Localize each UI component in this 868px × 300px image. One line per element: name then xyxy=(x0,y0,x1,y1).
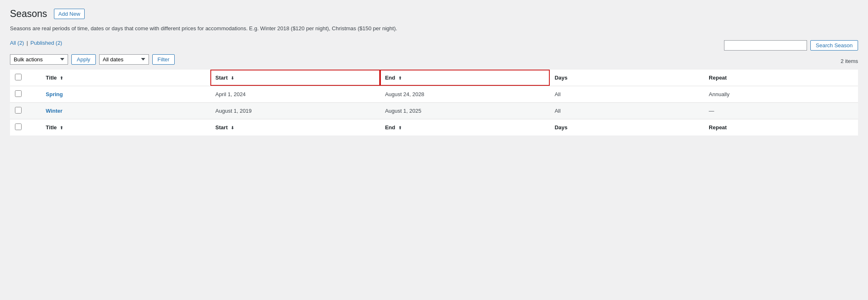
row-checkbox-cell xyxy=(10,86,41,102)
bulk-actions-select[interactable]: Bulk actions xyxy=(10,54,68,65)
table-footer-row: Title ⬆ Start ⬇ End ⬆ Days Repeat xyxy=(10,119,858,135)
row-end-cell: August 24, 2028 xyxy=(380,86,550,102)
table-header-row: Title ⬆ Start ⬇ End ⬆ Days Repeat xyxy=(10,70,858,86)
select-all-checkbox[interactable] xyxy=(15,74,22,80)
title-footer-sort-icon: ⬆ xyxy=(60,126,63,130)
end-footer-sort-icon: ⬆ xyxy=(398,126,402,130)
row-start-cell: April 1, 2024 xyxy=(210,86,380,102)
start-sort-icon: ⬇ xyxy=(231,76,234,80)
filter-all-link[interactable]: All (2) xyxy=(10,40,24,46)
row-days-cell: All xyxy=(550,102,704,119)
title-sort-icon: ⬆ xyxy=(60,76,63,80)
seasons-table: Title ⬆ Start ⬇ End ⬆ Days Repeat xyxy=(10,70,858,135)
header-title[interactable]: Title ⬆ xyxy=(41,70,210,86)
days-header-label: Days xyxy=(555,75,568,81)
top-bar: All (2) | Published (2) Search Season xyxy=(10,40,858,51)
start-footer-sort-icon: ⬇ xyxy=(231,126,234,130)
header-checkbox-cell xyxy=(10,70,41,86)
repeat-footer-label: Repeat xyxy=(709,124,727,131)
row-title-cell: Spring xyxy=(41,86,210,102)
row-title-link[interactable]: Winter xyxy=(46,108,62,114)
days-footer-label: Days xyxy=(555,124,568,131)
filter-button[interactable]: Filter xyxy=(152,54,175,65)
row-repeat-cell: — xyxy=(704,102,858,119)
footer-title[interactable]: Title ⬆ xyxy=(41,119,210,135)
footer-repeat: Repeat xyxy=(704,119,858,135)
apply-button[interactable]: Apply xyxy=(71,54,96,65)
row-start-cell: August 1, 2019 xyxy=(210,102,380,119)
actions-bar: Bulk actions Apply All dates Filter xyxy=(10,54,175,65)
page-title: Seasons xyxy=(10,8,47,19)
items-count: 2 items xyxy=(841,58,858,64)
start-header-label: Start xyxy=(215,75,228,81)
title-footer-label: Title xyxy=(46,124,57,131)
separator: | xyxy=(27,40,28,46)
filter-links: All (2) | Published (2) xyxy=(10,40,62,46)
select-all-footer-checkbox[interactable] xyxy=(15,123,22,130)
search-area: Search Season xyxy=(724,40,858,51)
add-new-button[interactable]: Add New xyxy=(54,9,85,19)
end-header-label: End xyxy=(385,75,395,81)
search-season-button[interactable]: Search Season xyxy=(810,40,858,51)
page-header: Seasons Add New xyxy=(10,8,858,19)
search-input[interactable] xyxy=(724,40,807,51)
page-description: Seasons are real periods of time, dates … xyxy=(10,24,858,33)
header-start[interactable]: Start ⬇ xyxy=(210,70,380,86)
table-row: Winter August 1, 2019 August 1, 2025 All… xyxy=(10,102,858,119)
row-days-cell: All xyxy=(550,86,704,102)
end-sort-icon: ⬆ xyxy=(398,76,402,80)
footer-start[interactable]: Start ⬇ xyxy=(210,119,380,135)
table-row: Spring April 1, 2024 August 24, 2028 All… xyxy=(10,86,858,102)
row-checkbox[interactable] xyxy=(15,90,22,97)
header-end[interactable]: End ⬆ xyxy=(380,70,550,86)
footer-end[interactable]: End ⬆ xyxy=(380,119,550,135)
footer-checkbox-cell xyxy=(10,119,41,135)
row-repeat-cell: Annually xyxy=(704,86,858,102)
filter-published-link[interactable]: Published (2) xyxy=(30,40,62,46)
end-footer-label: End xyxy=(385,124,395,131)
actions-row: Bulk actions Apply All dates Filter 2 it… xyxy=(10,54,858,68)
repeat-header-label: Repeat xyxy=(709,75,727,81)
footer-days: Days xyxy=(550,119,704,135)
start-footer-label: Start xyxy=(215,124,228,131)
dates-select[interactable]: All dates xyxy=(99,54,149,65)
header-repeat: Repeat xyxy=(704,70,858,86)
header-days: Days xyxy=(550,70,704,86)
row-checkbox-cell xyxy=(10,102,41,119)
row-title-cell: Winter xyxy=(41,102,210,119)
row-checkbox[interactable] xyxy=(15,107,22,114)
row-title-link[interactable]: Spring xyxy=(46,91,63,97)
row-end-cell: August 1, 2025 xyxy=(380,102,550,119)
title-header-label: Title xyxy=(46,75,57,81)
